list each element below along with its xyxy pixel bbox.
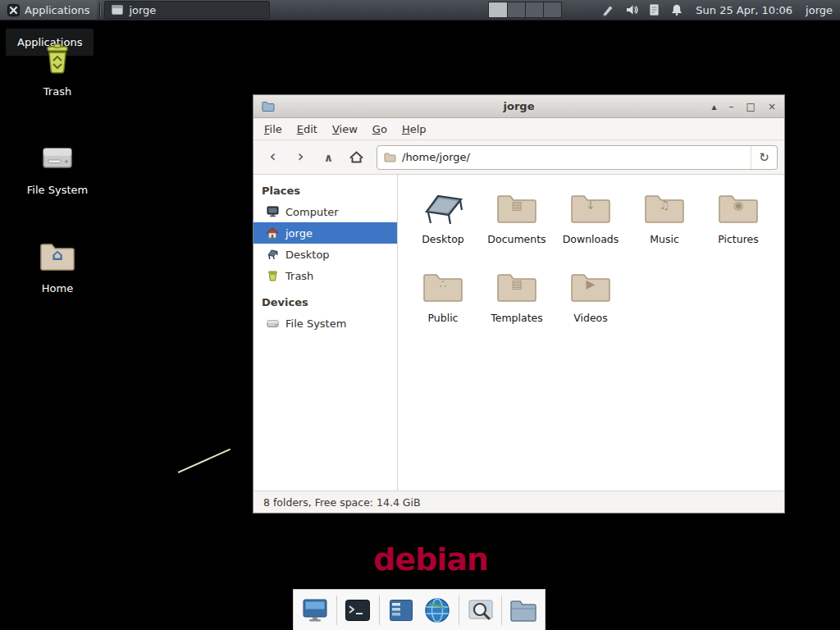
close-button[interactable]: × [768,102,776,112]
menu-file[interactable]: File [257,120,290,139]
menu-edit[interactable]: Edit [290,120,325,139]
home-icon [266,226,279,240]
devices-header: Devices [253,291,397,313]
back-button[interactable]: ‹ [260,145,285,170]
web-browser-launcher[interactable] [422,596,452,625]
sidebar-item-trash[interactable]: Trash [253,265,397,286]
sidebar-item-label: Trash [285,270,313,282]
sidebar-item-label: File System [285,317,346,330]
sidebar-item-computer[interactable]: Computer [253,201,397,222]
clock-text: Sun 25 Apr, 10:06 [696,4,792,16]
places-header: Places [253,180,397,201]
volume-icon[interactable] [625,3,638,16]
stylus-icon[interactable] [601,3,614,16]
clipboard-icon[interactable] [649,3,660,16]
sidebar-item-label: Desktop [285,249,330,261]
trash-icon [266,269,279,282]
sidebar-item-label: Computer [285,206,339,218]
menu-help[interactable]: Help [395,120,434,139]
workspace-1[interactable] [489,2,507,17]
file-label: Pictures [701,233,775,245]
file-label: Videos [554,312,628,324]
window-title: jorge [253,100,784,112]
file-item-templates[interactable]: ▤ Templates [480,263,554,342]
terminal-launcher[interactable] [343,596,372,625]
sidebar-item-file-system[interactable]: File System [253,313,397,334]
sidebar-item-label: jorge [285,227,313,240]
trash-icon [12,39,103,79]
drive-icon [266,317,279,330]
status-bar: 8 folders, Free space: 14.4 GiB [253,491,784,513]
folder-icon: ▤ [480,263,554,311]
folder-icon: ▤ [480,185,554,232]
magnifier-icon [468,598,494,623]
reload-button[interactable]: ↻ [751,146,777,169]
notification-bell-icon[interactable] [670,3,683,16]
maximize-button[interactable]: □ [746,102,756,112]
desktop-icon-label: Trash [12,85,103,98]
path-bar[interactable]: /home/jorge/ ↻ [377,145,778,170]
file-label: Documents [480,233,554,245]
folder-icon [509,599,537,622]
up-button[interactable]: ∧ [316,145,341,170]
menu-view[interactable]: View [325,120,365,139]
debian-logo: debian [373,541,488,578]
desktop-icon [406,185,480,232]
application-finder-launcher[interactable] [466,596,495,625]
panel-preferences-launcher[interactable] [386,596,416,625]
dock-separator [379,596,380,625]
top-panel: Applications jorge Sun 2 [0,0,840,21]
workspace-2[interactable] [507,2,525,17]
file-label: Music [628,233,701,245]
user-text: jorge [806,4,833,16]
sidebar-item-desktop[interactable]: Desktop [253,244,397,265]
sidebar-item-jorge[interactable]: jorge [253,222,397,244]
workspace-4[interactable] [543,2,561,17]
menu-go[interactable]: Go [365,120,395,139]
display-icon [302,598,328,623]
home-button[interactable] [344,145,369,170]
folder-icon: ▶ [554,263,628,311]
file-manager-window: jorge ▴ – □ × File Edit View Go Help ‹ ›… [253,94,785,514]
dock-separator [459,596,459,625]
workspace-switcher [488,2,562,18]
panel-icon [389,599,413,622]
toolbar: ‹ › ∧ /home/jorge/ ↻ [253,140,784,175]
dock [293,589,546,630]
desktop-icon-file-system[interactable]: File System [12,138,103,196]
panel-clock[interactable]: Sun 25 Apr, 10:06 [696,0,792,20]
workspace-3[interactable] [525,2,543,17]
minimize-button[interactable]: – [729,102,734,112]
desktop-line-artifact [178,449,231,473]
file-item-videos[interactable]: ▶ Videos [554,263,628,342]
desktop-icon-home[interactable]: ⌂ Home [12,236,103,294]
computer-icon [266,205,279,218]
display-settings-launcher[interactable] [300,596,330,625]
window-titlebar[interactable]: jorge ▴ – □ × [253,95,784,118]
file-item-music[interactable]: ♫ Music [628,185,701,263]
folder-icon [384,153,396,162]
file-item-documents[interactable]: ▤ Documents [480,185,554,263]
folder-icon [262,101,275,112]
desktop-icon [266,248,279,261]
status-text: 8 folders, Free space: 14.4 GiB [263,496,421,509]
desktop-icon-trash[interactable]: Trash [12,39,103,98]
file-label: Downloads [554,233,628,245]
panel-user-label: jorge [806,0,833,20]
forward-button[interactable]: › [288,145,313,170]
applications-menu-button[interactable]: Applications [0,0,97,20]
globe-icon [424,597,450,623]
file-manager-launcher[interactable] [509,596,538,625]
file-item-public[interactable]: ∴ Public [406,263,480,342]
file-item-desktop[interactable]: Desktop [406,185,480,263]
menu-bar: File Edit View Go Help [253,118,784,140]
file-item-downloads[interactable]: ↓ Downloads [554,185,628,263]
dock-separator [336,596,337,625]
folder-icon: ∴ [406,263,480,311]
file-item-pictures[interactable]: ◉ Pictures [701,185,775,263]
home-icon [349,151,363,163]
file-label: Templates [480,312,554,324]
applications-menu-icon [7,4,20,16]
shade-button[interactable]: ▴ [712,102,717,112]
taskbar-window-button[interactable]: jorge [104,1,270,19]
